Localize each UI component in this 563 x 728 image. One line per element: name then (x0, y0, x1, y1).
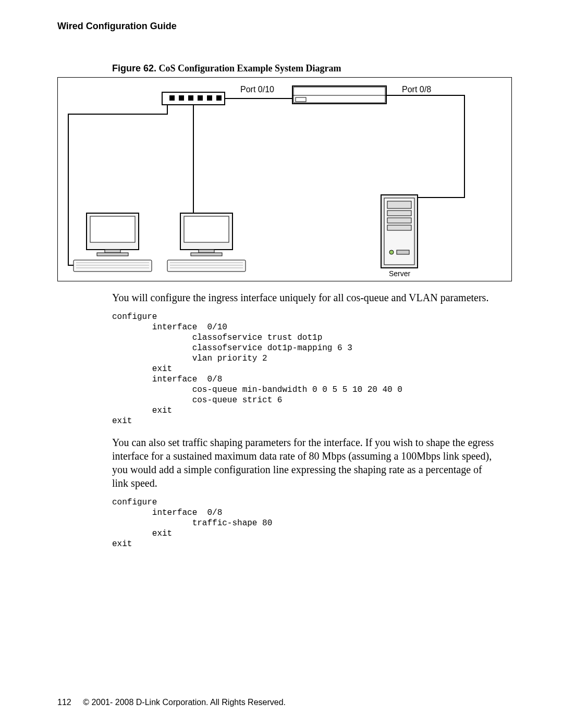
svg-rect-3 (188, 95, 193, 101)
paragraph-1: You will configure the ingress interface… (112, 291, 500, 304)
svg-rect-2 (179, 95, 184, 101)
svg-rect-5 (207, 95, 212, 101)
svg-rect-7 (292, 86, 386, 104)
cable-server (386, 95, 464, 203)
system-diagram: Port 0/10 Port 0/8 Server (57, 77, 512, 281)
svg-rect-14 (97, 253, 128, 256)
pc2-icon (167, 213, 246, 272)
figure-label: Figure 62. (112, 63, 156, 73)
server-icon (381, 195, 418, 268)
svg-rect-13 (105, 250, 120, 253)
svg-rect-6 (216, 95, 222, 101)
copyright-text: © 2001- 2008 D-Link Corporation. All Rig… (83, 698, 286, 707)
page-header: Wired Configuration Guide (57, 21, 521, 32)
svg-point-33 (389, 250, 394, 254)
figure-title: CoS Configuration Example System Diagram (159, 63, 341, 73)
diagram-svg (58, 78, 511, 281)
svg-rect-32 (387, 225, 411, 230)
svg-rect-21 (199, 250, 214, 253)
page-number: 112 (57, 698, 71, 707)
server-label: Server (389, 269, 410, 278)
svg-rect-23 (167, 260, 246, 272)
paragraph-2: You can also set traffic shaping paramet… (112, 436, 500, 490)
svg-rect-15 (74, 260, 152, 272)
code-block-1: configure interface 0/10 classofservice … (112, 312, 521, 426)
svg-rect-34 (397, 250, 409, 254)
switch-icon (162, 92, 225, 105)
svg-rect-31 (387, 218, 411, 223)
svg-rect-12 (90, 216, 135, 242)
port-label-left: Port 0/10 (240, 85, 274, 94)
svg-rect-30 (387, 211, 411, 216)
pc1-icon (74, 213, 152, 272)
svg-rect-22 (191, 253, 222, 256)
port-label-right: Port 0/8 (402, 85, 431, 94)
svg-rect-4 (198, 95, 203, 101)
svg-rect-1 (169, 95, 175, 101)
page-footer: 112 © 2001- 2008 D-Link Corporation. All… (57, 698, 286, 707)
code-block-2: configure interface 0/8 traffic-shape 80… (112, 497, 521, 549)
page: Wired Configuration Guide Figure 62. CoS… (0, 0, 563, 728)
svg-rect-20 (184, 216, 229, 242)
header-title: Wired Configuration Guide (57, 21, 177, 31)
svg-rect-29 (387, 201, 411, 208)
figure-caption: Figure 62. CoS Configuration Example Sys… (112, 63, 521, 74)
router-icon (292, 86, 386, 104)
